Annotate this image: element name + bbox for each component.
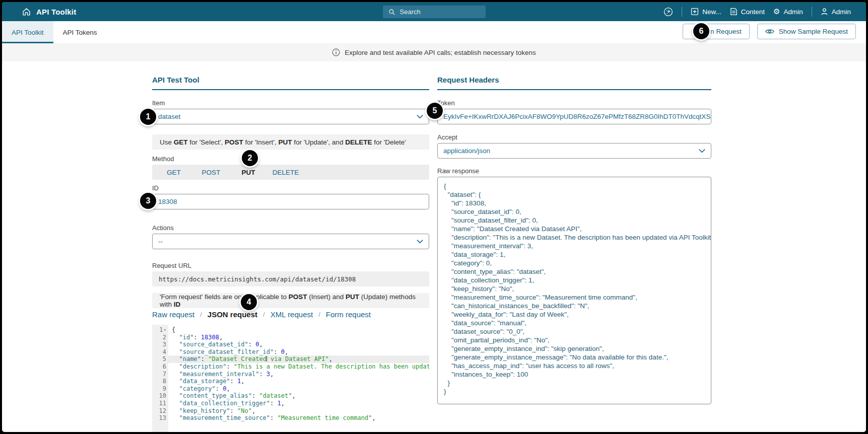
actions-select-value: -- (158, 238, 163, 245)
code-token (172, 407, 179, 414)
code-token: "source_dataset_id" (179, 341, 248, 348)
code-token: "id" (179, 334, 193, 341)
code-token (172, 363, 179, 370)
code-token: "dataset" (259, 392, 292, 399)
code-token: , (281, 400, 285, 407)
search-input[interactable]: Search (383, 6, 486, 18)
method-get-button[interactable]: GET (155, 169, 192, 176)
request-format-tabs: Raw request/JSON request/XML request/For… (152, 310, 371, 319)
sparkles-button[interactable] (663, 7, 673, 17)
home-icon[interactable] (22, 8, 31, 16)
step-badge-2: 2 (242, 150, 258, 166)
code-token: : (230, 407, 237, 414)
accept-select[interactable]: application/json (437, 143, 711, 159)
tab-xml-request[interactable]: XML request (271, 310, 313, 319)
chevron-down-icon (417, 114, 423, 119)
topbar-nav-label: Admin (832, 8, 851, 16)
code-token: "measurement_interval" (179, 371, 259, 378)
method-delete-button[interactable]: DELETE (267, 169, 304, 176)
code-token (172, 378, 179, 385)
topbar-new-button[interactable]: New... (691, 8, 721, 16)
code-line: 1▾{ (152, 326, 429, 334)
topbar-admin-button[interactable]: ⚙Admin (773, 8, 803, 16)
topbar-nav-label: New... (702, 8, 721, 16)
code-token: , (292, 392, 295, 399)
code-token (172, 371, 179, 378)
response-line: "generate_empty_instance_message": "No d… (444, 353, 705, 361)
code-token: 18308 (201, 334, 219, 341)
code-token: : (259, 371, 266, 378)
response-line: "omit_partial_periods_ind": "No", (444, 336, 705, 344)
response-line: "measurement_interval": 3, (444, 242, 705, 250)
id-input[interactable]: 18308 (152, 194, 429, 209)
show-sample-request-button[interactable]: Show Sample Request (757, 24, 856, 39)
tab-form-request[interactable]: Form request (326, 310, 371, 319)
plus-square-icon (691, 8, 699, 16)
response-line: "keep_history": "No", (444, 284, 705, 293)
tab-api-toolkit[interactable]: API Toolkit (2, 21, 53, 43)
person-icon (821, 8, 828, 16)
code-token: : (270, 400, 277, 407)
topbar-nav-label: Admin (783, 8, 803, 16)
top-nav: New...Content⚙AdminAdmin (663, 2, 851, 21)
request-url-label: Request URL (152, 262, 191, 269)
fold-arrow-icon[interactable]: ▾ (164, 326, 166, 334)
code-token: "category" (179, 385, 215, 392)
response-line: "generate_empty_instance_ind": "skip gen… (444, 344, 705, 353)
code-token: , (219, 334, 223, 341)
code-line: 13 "measurement_time_source": "Measureme… (152, 414, 429, 422)
content-doc-icon (730, 8, 738, 16)
json-request-editor[interactable]: 1▾{2 "id": 18308,3 "source_dataset_id": … (152, 325, 429, 432)
info-icon (332, 48, 340, 56)
code-token: , (241, 378, 244, 385)
code-token: "No" (237, 407, 252, 414)
code-token: "This is a new Dataset. The description … (234, 363, 429, 370)
method-put-button[interactable]: PUT (230, 169, 267, 176)
code-token (172, 355, 179, 363)
line-number: 2 (152, 334, 168, 341)
topbar-content-button[interactable]: Content (730, 8, 765, 16)
code-token: "measurement_time_source" (179, 414, 270, 421)
method-post-button[interactable]: POST (192, 169, 230, 176)
code-line-content: "data_storage": 1, (168, 378, 429, 385)
step-badge-3: 3 (140, 193, 156, 209)
code-line-content: "data_collection_trigger": 1, (168, 400, 429, 407)
code-line-content: "keep_history": "No", (168, 407, 429, 415)
code-token: "data_storage" (179, 378, 230, 385)
code-token (172, 348, 179, 355)
tab-json-request[interactable]: JSON request (208, 310, 257, 319)
topbar-admin-button[interactable]: Admin (821, 8, 851, 16)
response-line: "id": 18308, (444, 199, 705, 207)
tab-api-tokens[interactable]: API Tokens (53, 21, 107, 43)
actions-select[interactable]: -- (152, 234, 429, 249)
code-token: : (274, 348, 281, 355)
app-title: API Toolkit (36, 8, 76, 16)
response-line: "description": "This is a new Dataset. T… (444, 233, 705, 242)
section-heading-left: API Test Tool (152, 76, 429, 90)
line-number: 6 (152, 363, 168, 371)
code-token: : (230, 378, 237, 385)
search-icon (388, 9, 395, 16)
code-line: 9 "category": 0, (152, 385, 429, 393)
token-input[interactable]: EykIvFe+IKxwRrDXAJ6PcixAF8WO9YpUD8R6zoZ6… (437, 109, 711, 124)
item-select[interactable]: dataset (152, 109, 429, 124)
code-token: : (201, 355, 208, 363)
code-line-content: "measurement_interval": 3, (168, 371, 429, 378)
response-line: "source_dataset_id": 0, (444, 207, 705, 216)
step-badge-5: 5 (427, 103, 443, 119)
response-line: "source_dataset_filter_id": 0, (444, 216, 705, 225)
accept-select-value: application/json (443, 147, 490, 155)
response-line: "instances_to_keep": 100 (444, 370, 705, 379)
code-token (172, 385, 179, 392)
code-token: "name" (179, 355, 201, 363)
step-badge-1: 1 (140, 109, 156, 125)
app-brand[interactable]: API Toolkit (2, 8, 76, 16)
top-bar: API Toolkit Search New...Content⚙AdminAd… (2, 2, 866, 21)
raw-response-output: { "dataset": { "id": 18308, "source_data… (437, 177, 711, 404)
method-label: Method (152, 155, 174, 163)
line-number: 12 (152, 407, 168, 415)
item-select-value: dataset (158, 113, 180, 120)
code-token: , (226, 385, 230, 392)
code-token: , (270, 371, 274, 378)
tab-raw-request[interactable]: Raw request (152, 310, 194, 319)
